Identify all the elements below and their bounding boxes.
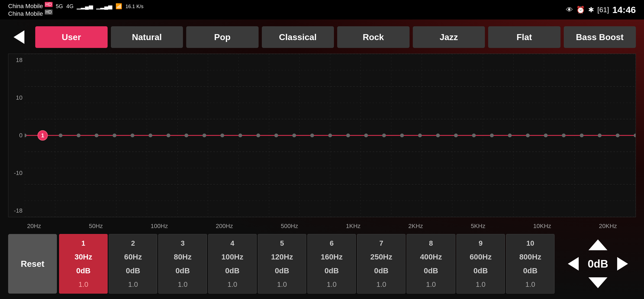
band-db: 0dB: [275, 266, 289, 275]
band-q: 1.0: [227, 280, 237, 289]
svg-point-66: [598, 134, 601, 137]
bluetooth-icon: ✱: [588, 6, 594, 14]
svg-marker-69: [588, 239, 607, 250]
y-label: 0: [11, 132, 22, 139]
value-row: 0dB: [566, 256, 629, 272]
band-q: 1.0: [525, 280, 535, 289]
band-db: 0dB: [474, 266, 488, 275]
svg-point-56: [418, 134, 422, 137]
value-control: 0dB: [560, 234, 636, 294]
band-number: 1: [81, 239, 85, 248]
svg-point-39: [112, 134, 116, 137]
svg-point-48: [274, 134, 278, 137]
band-controls: 1 30Hz 0dB 1.0 2 60Hz 0dB 1.0 3 80Hz 0dB…: [59, 234, 555, 294]
band-db: 0dB: [176, 266, 190, 275]
battery-indicator: [61]: [597, 6, 609, 14]
band-cell-8[interactable]: 8 400Hz 0dB 1.0: [407, 234, 455, 294]
x-label: 20KHz: [599, 223, 617, 230]
svg-point-42: [166, 134, 170, 137]
band-cell-7[interactable]: 7 250Hz 0dB 1.0: [357, 234, 405, 294]
band-freq: 30Hz: [75, 253, 92, 261]
x-label: 1KHz: [346, 223, 360, 230]
svg-point-45: [220, 134, 224, 137]
svg-text:1: 1: [41, 132, 44, 138]
band-q: 1.0: [426, 280, 436, 289]
carrier1-label: China Mobile HD 5G 4G ▁▂▄▅ ▁▂▄▅ 📶 16.1 K…: [8, 2, 143, 10]
svg-point-43: [185, 134, 188, 137]
preset-tab-rock[interactable]: Rock: [337, 26, 410, 48]
eq-chart-inner: 1: [25, 54, 636, 217]
svg-marker-72: [588, 277, 607, 288]
x-label: 2KHz: [408, 223, 423, 230]
svg-point-47: [256, 134, 260, 137]
preset-tab-user[interactable]: User: [35, 26, 108, 48]
svg-point-52: [346, 134, 350, 137]
band-cell-6[interactable]: 6 160Hz 0dB 1.0: [307, 234, 356, 294]
eq-chart[interactable]: 18100-10-18 1: [8, 54, 636, 217]
band-number: 4: [230, 239, 234, 248]
status-right: 👁 ⏰ ✱ [61] 14:46: [566, 5, 636, 15]
svg-marker-71: [617, 257, 628, 271]
svg-point-54: [382, 134, 386, 137]
preset-tab-bass-boost[interactable]: Bass Boost: [564, 26, 636, 48]
x-label: 200Hz: [216, 223, 233, 230]
band-cell-3[interactable]: 3 80Hz 0dB 1.0: [158, 234, 207, 294]
x-label: 10KHz: [533, 223, 551, 230]
svg-point-61: [508, 134, 512, 137]
value-down-button[interactable]: [584, 275, 611, 291]
band-db: 0dB: [374, 266, 388, 275]
bottom-controls: Reset 1 30Hz 0dB 1.0 2 60Hz 0dB 1.0 3 80…: [8, 234, 636, 294]
band-number: 2: [131, 239, 135, 248]
band-freq: 100Hz: [221, 253, 243, 261]
band-number: 3: [181, 239, 185, 248]
band-cell-10[interactable]: 10 800Hz 0dB 1.0: [506, 234, 555, 294]
band-db: 0dB: [523, 266, 537, 275]
svg-point-38: [95, 134, 98, 137]
svg-point-68: [634, 134, 636, 137]
preset-tab-pop[interactable]: Pop: [186, 26, 259, 48]
svg-point-40: [131, 134, 134, 137]
band-q: 1.0: [128, 280, 138, 289]
back-button[interactable]: [8, 26, 30, 48]
band-number: 5: [280, 239, 284, 248]
band-q: 1.0: [178, 280, 188, 289]
svg-point-53: [364, 134, 368, 137]
band-q: 1.0: [476, 280, 485, 289]
reset-button[interactable]: Reset: [8, 234, 57, 294]
band-db: 0dB: [76, 266, 91, 275]
band-cell-5[interactable]: 5 120Hz 0dB 1.0: [258, 234, 306, 294]
alarm-icon: ⏰: [576, 6, 585, 14]
preset-tab-flat[interactable]: Flat: [488, 26, 561, 48]
band-freq: 120Hz: [271, 253, 293, 261]
value-next-button[interactable]: [616, 256, 629, 272]
band-freq: 160Hz: [321, 253, 343, 261]
band-freq: 600Hz: [470, 253, 492, 261]
x-label: 20Hz: [27, 223, 41, 230]
value-prev-button[interactable]: [566, 256, 580, 272]
svg-point-37: [77, 134, 80, 137]
svg-point-55: [400, 134, 404, 137]
svg-point-36: [59, 134, 63, 137]
band-cell-1[interactable]: 1 30Hz 0dB 1.0: [59, 234, 108, 294]
band-cell-2[interactable]: 2 60Hz 0dB 1.0: [109, 234, 157, 294]
preset-tab-classical[interactable]: Classical: [262, 26, 334, 48]
svg-point-51: [328, 134, 332, 137]
carrier-info: China Mobile HD 5G 4G ▁▂▄▅ ▁▂▄▅ 📶 16.1 K…: [8, 2, 143, 18]
clock: 14:46: [612, 5, 636, 15]
status-bar: China Mobile HD 5G 4G ▁▂▄▅ ▁▂▄▅ 📶 16.1 K…: [0, 0, 644, 20]
band-q: 1.0: [277, 280, 287, 289]
svg-point-60: [490, 134, 494, 137]
svg-point-41: [149, 134, 152, 137]
value-up-button[interactable]: [584, 237, 611, 253]
svg-marker-0: [14, 30, 24, 44]
band-cell-9[interactable]: 9 600Hz 0dB 1.0: [456, 234, 505, 294]
band-db: 0dB: [324, 266, 339, 275]
band-cell-4[interactable]: 4 100Hz 0dB 1.0: [208, 234, 257, 294]
top-bar: UserNaturalPopClassicalRockJazzFlatBass …: [8, 25, 636, 49]
x-labels: 20Hz50Hz100Hz200Hz500Hz1KHz2KHz5KHz10KHz…: [8, 222, 636, 230]
band-freq: 250Hz: [370, 253, 392, 261]
preset-tab-natural[interactable]: Natural: [111, 26, 183, 48]
x-label: 5KHz: [471, 223, 485, 230]
band-db: 0dB: [424, 266, 438, 275]
preset-tab-jazz[interactable]: Jazz: [413, 26, 485, 48]
